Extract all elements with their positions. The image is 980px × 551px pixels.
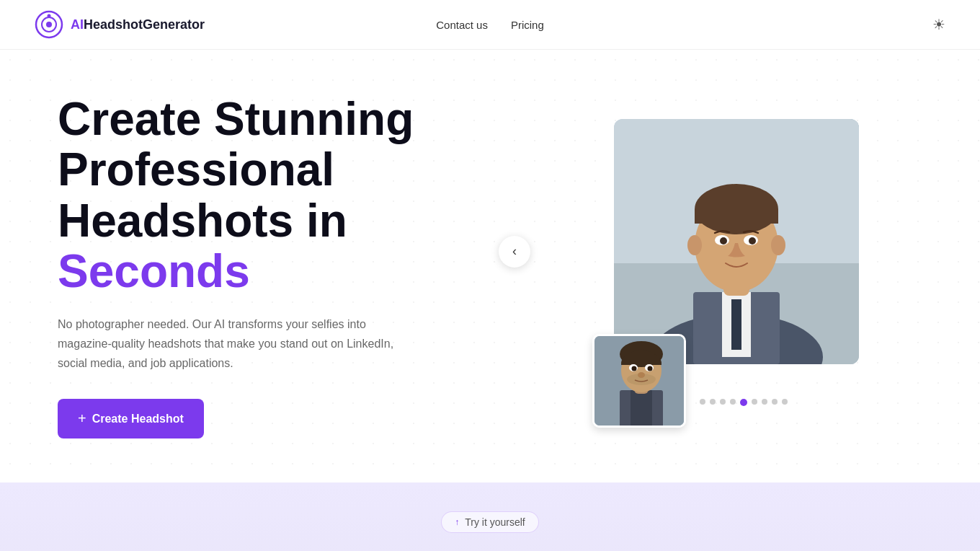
svg-point-3 [48, 14, 51, 18]
carousel-thumbnail [592, 334, 686, 428]
arrow-up-icon: ↑ [455, 517, 459, 527]
bottom-section: ↑ Try it yourself Transform Your Photo N… [0, 482, 980, 551]
chevron-left-icon: ‹ [512, 244, 517, 259]
svg-point-30 [648, 366, 653, 371]
svg-point-14 [687, 235, 702, 255]
svg-point-2 [46, 22, 52, 27]
svg-point-15 [771, 235, 785, 255]
svg-rect-13 [695, 209, 778, 224]
svg-rect-22 [631, 390, 652, 428]
nav-links: Contact us Pricing [436, 19, 544, 31]
carousel-dot-7[interactable] [762, 399, 767, 405]
navbar: AIHeadshotGenerator Contact us Pricing ☀ [0, 0, 980, 50]
carousel-dot-6[interactable] [752, 399, 757, 405]
try-badge[interactable]: ↑ Try it yourself [441, 511, 539, 533]
carousel-dot-4[interactable] [730, 399, 736, 405]
nav-contact[interactable]: Contact us [436, 19, 488, 31]
hero-right: ‹ [542, 119, 945, 413]
hero-title: Create Stunning Professional Headshots i… [58, 94, 461, 297]
try-badge-label: Try it yourself [465, 516, 525, 528]
create-headshot-button[interactable]: + Create Headshot [58, 399, 204, 438]
svg-point-31 [638, 372, 645, 378]
headshot-person-svg [614, 119, 859, 364]
logo[interactable]: AIHeadshotGenerator [35, 10, 205, 39]
carousel-main-image [614, 119, 859, 364]
svg-point-18 [720, 237, 727, 244]
nav-pricing[interactable]: Pricing [511, 19, 544, 31]
svg-rect-9 [731, 299, 741, 350]
logo-icon [35, 10, 63, 39]
svg-point-19 [749, 237, 756, 244]
carousel-dot-1[interactable] [700, 399, 705, 405]
carousel-prev-button[interactable]: ‹ [499, 236, 530, 268]
hero-left: Create Stunning Professional Headshots i… [58, 94, 461, 438]
carousel-dot-3[interactable] [720, 399, 726, 405]
carousel-wrapper [614, 119, 873, 413]
theme-toggle-button[interactable]: ☀ [932, 16, 945, 33]
svg-point-29 [632, 366, 637, 371]
carousel-dot-2[interactable] [710, 399, 716, 405]
carousel-dot-8[interactable] [772, 399, 778, 405]
nav-right: ☀ [932, 16, 945, 33]
logo-text: AIHeadshotGenerator [71, 17, 205, 32]
carousel-dot-9[interactable] [782, 399, 788, 405]
hero-subtitle: No photographer needed. Our AI transform… [58, 314, 404, 374]
thumbnail-person-svg [594, 336, 686, 428]
hero-section: Create Stunning Professional Headshots i… [0, 50, 980, 482]
carousel-dot-5[interactable] [740, 399, 747, 406]
plus-icon: + [78, 410, 86, 427]
